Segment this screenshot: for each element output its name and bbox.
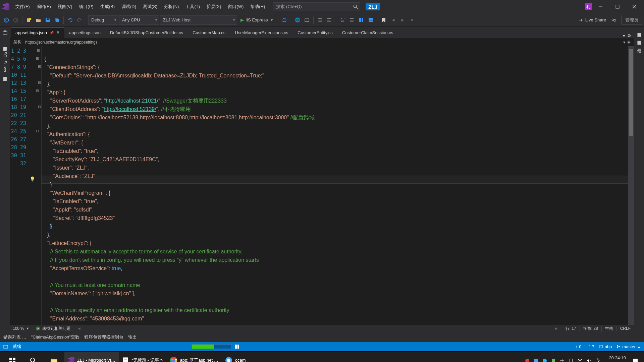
- split-editor-button[interactable]: ✚: [627, 40, 631, 45]
- tray-icon-3[interactable]: [551, 358, 556, 362]
- bookmark-clear-button[interactable]: ✕: [408, 16, 416, 24]
- menu-build[interactable]: 生成(B): [98, 3, 117, 11]
- menu-edit[interactable]: 编辑(E): [34, 3, 54, 11]
- menu-extensions[interactable]: 扩展(X): [204, 3, 224, 11]
- menu-project[interactable]: 项目(P): [76, 3, 96, 11]
- format-button-2[interactable]: [366, 16, 375, 24]
- wifi-icon[interactable]: [577, 358, 583, 362]
- pin-icon[interactable]: 📌: [50, 31, 54, 35]
- indent-right-button[interactable]: [325, 16, 334, 24]
- volume-icon[interactable]: [587, 358, 592, 362]
- account-badge[interactable]: 利: [585, 3, 592, 10]
- menu-tools[interactable]: 工具(T): [183, 3, 203, 11]
- toolbox-icon[interactable]: [1, 28, 9, 37]
- menu-view[interactable]: 视图(V): [55, 3, 75, 11]
- menu-debug[interactable]: 调试(D): [119, 3, 139, 11]
- tray-icon-2[interactable]: [542, 358, 547, 362]
- pending-changes[interactable]: 7: [586, 344, 594, 349]
- hscroll-left[interactable]: ◄: [77, 326, 81, 331]
- start-button[interactable]: [2, 352, 23, 362]
- tray-icon-4[interactable]: [560, 358, 565, 362]
- tab-claimsession[interactable]: CustomerClaimSession.cs: [337, 27, 398, 38]
- save-all-button[interactable]: [53, 16, 61, 24]
- tab-appsettings-2[interactable]: appsettings.json: [64, 27, 105, 38]
- output-tab[interactable]: 输出: [128, 334, 137, 340]
- nav-back-button[interactable]: [2, 16, 11, 24]
- close-button[interactable]: [627, 2, 642, 12]
- menu-test[interactable]: 测试(S): [140, 3, 160, 11]
- bookmark-prev-button[interactable]: ◄: [389, 16, 397, 24]
- close-icon[interactable]: ✕: [56, 30, 60, 35]
- team-explorer-tab[interactable]: 团队资源管理器: [636, 36, 642, 39]
- zoom-dropdown[interactable]: 100 %▼: [10, 326, 32, 331]
- undo-button[interactable]: [66, 16, 74, 24]
- menu-file[interactable]: 文件(F): [13, 3, 33, 11]
- tab-settings-icon[interactable]: ⚙: [627, 33, 631, 38]
- run-button[interactable]: ▶IIS Express▾: [238, 15, 276, 25]
- vertical-scrollbar[interactable]: [628, 46, 634, 325]
- feedback-button[interactable]: [609, 16, 618, 24]
- hscroll-right[interactable]: ►: [554, 326, 558, 331]
- tab-customerentity[interactable]: CustomerEntity.cs: [293, 27, 337, 38]
- menu-analyze[interactable]: 分析(N): [161, 3, 181, 11]
- tab-customermap[interactable]: CustomerMap.cs: [188, 27, 230, 38]
- notifications-button[interactable]: 2: [629, 352, 642, 362]
- format-button-1[interactable]: [357, 16, 366, 24]
- claims-tab[interactable]: "ClaimsAbpSession"查数: [31, 334, 79, 340]
- taskbar-ocam[interactable]: ocam: [222, 352, 249, 362]
- task-icon[interactable]: [234, 344, 240, 349]
- branch-name[interactable]: master ▲: [616, 344, 641, 349]
- pending-upload[interactable]: ↑0: [575, 344, 582, 349]
- taskbar-notepad[interactable]: *无标题 - 记事本: [119, 352, 167, 362]
- line-endings[interactable]: CRLF: [616, 326, 634, 331]
- menu-window[interactable]: 窗口(W): [225, 3, 246, 11]
- code-editor[interactable]: 1 2 3 4 5 6 7 8 9 10 11 12 13 14 15 16 1…: [10, 46, 634, 325]
- startup-project-dropdown[interactable]: ZLJ.Web.Host: [160, 15, 237, 25]
- open-file-button[interactable]: [34, 16, 43, 24]
- tab-usermanager[interactable]: UserManagerExtensions.cs: [230, 27, 293, 38]
- package-manager-tab[interactable]: 程序包管理器控制台: [84, 334, 123, 340]
- taskbar-search[interactable]: [23, 352, 44, 362]
- uncomment-button[interactable]: [347, 16, 356, 24]
- code-content[interactable]: { "ConnectionStrings": { "Default": "Ser…: [42, 46, 634, 325]
- issues-indicator[interactable]: 未找到相关问题: [32, 326, 74, 331]
- maximize-button[interactable]: [610, 2, 625, 12]
- taskbar-chrome[interactable]: abp: 基于asp.net …: [167, 352, 222, 362]
- error-list-tab[interactable]: 错误列表 …: [3, 334, 26, 340]
- refresh-button[interactable]: [280, 16, 289, 24]
- taskbar-explorer[interactable]: [44, 352, 64, 362]
- platform-dropdown[interactable]: Any CPU: [119, 15, 159, 25]
- repo-name[interactable]: abp: [599, 344, 612, 349]
- global-search-input[interactable]: 搜索 (Ctrl+Q): [273, 2, 360, 11]
- server-explorer-tab[interactable]: 服务器资源管理器: [2, 42, 8, 45]
- ime-indicator[interactable]: 英: [596, 358, 600, 362]
- indent-left-button[interactable]: [316, 16, 324, 24]
- tab-appsettings-1[interactable]: appsettings.json 📌 ✕: [11, 27, 64, 38]
- tab-defaultbuilder[interactable]: DefaultBXJGShopCustomerBuilder.cs: [105, 27, 188, 38]
- tray-icon-5[interactable]: [569, 358, 573, 362]
- live-share-button[interactable]: Live Share: [578, 17, 606, 23]
- schema-dropdown[interactable]: ▾: [623, 40, 625, 45]
- menu-help[interactable]: 帮助(H): [248, 3, 268, 11]
- nav-forward-button[interactable]: [11, 16, 20, 24]
- schema-url[interactable]: https://json.schemastore.org/appsettings: [25, 40, 97, 45]
- solution-explorer-tab[interactable]: 解决方案资源管理器: [636, 28, 642, 31]
- toggle-button-1[interactable]: [303, 16, 311, 24]
- active-files-dropdown[interactable]: ▾: [623, 33, 625, 38]
- bookmark-button[interactable]: [379, 16, 388, 24]
- tray-icon-1[interactable]: [534, 358, 538, 362]
- save-button[interactable]: [43, 16, 52, 24]
- fold-column[interactable]: ⊟ ⊟ ⊟ ⊟ ⊟ ⊟ ⊟: [36, 46, 42, 325]
- record-icon[interactable]: [525, 358, 530, 362]
- minimize-button[interactable]: [593, 2, 608, 12]
- config-dropdown[interactable]: Debug: [88, 15, 118, 25]
- insert-mode[interactable]: 空格: [601, 326, 616, 331]
- sql-explorer-tab[interactable]: SQL Server 对象资源管理器: [2, 50, 8, 75]
- taskbar-clock[interactable]: 20:34:19 2020/9/27: [604, 355, 629, 362]
- bookmark-next-button[interactable]: ►: [398, 16, 407, 24]
- new-project-button[interactable]: [24, 16, 33, 24]
- taskbar-vs[interactable]: ZLJ - Microsoft Vi…: [64, 352, 119, 362]
- properties-tab[interactable]: 属性: [636, 44, 642, 47]
- system-tray[interactable]: 英: [522, 358, 604, 362]
- redo-button[interactable]: [75, 16, 84, 24]
